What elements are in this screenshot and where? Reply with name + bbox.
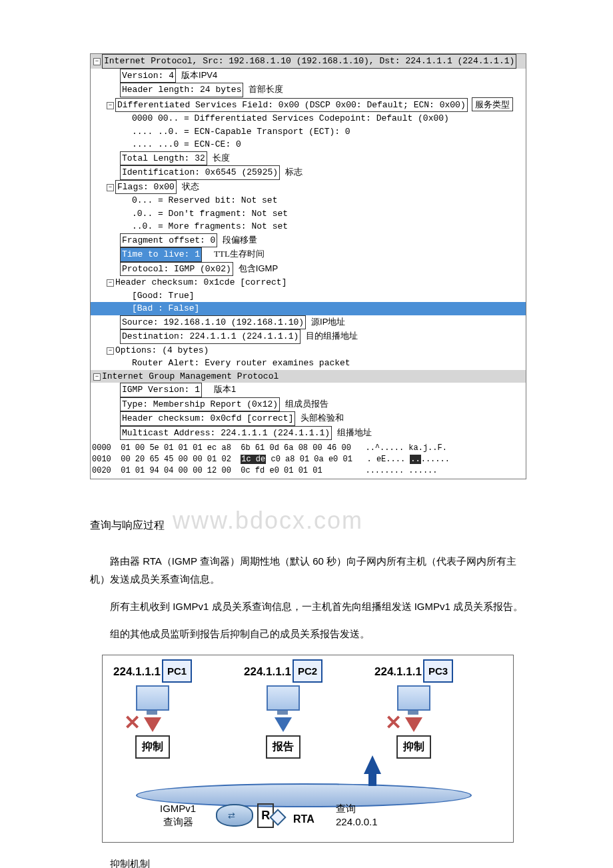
arrow-down-icon bbox=[275, 717, 292, 732]
arrow-up-icon bbox=[364, 755, 381, 774]
collapse-icon[interactable]: − bbox=[107, 184, 114, 191]
watermark: 查询与响应过程 www.bdocx.com bbox=[90, 499, 526, 543]
arrow-down-icon bbox=[405, 717, 422, 732]
arrow-down-icon bbox=[144, 717, 161, 732]
pc3-group: 224.1.1.1PC3 ✕ 抑制 bbox=[374, 659, 453, 759]
x-icon: ✕ bbox=[385, 705, 402, 741]
collapse-icon[interactable]: − bbox=[93, 373, 101, 381]
monitor-icon bbox=[267, 685, 300, 711]
igmp-header-row: −Internet Group Management Protocol bbox=[91, 370, 526, 383]
paragraph: 路由器 RTA（IGMP 查询器）周期性地（默认 60 秒）向子网内所有主机（代… bbox=[90, 552, 526, 588]
ttl-field: Time to live: 1 bbox=[120, 247, 202, 262]
hex-dump: 0000 01 00 5e 01 01 01 ec a8 6b 61 0d 6a… bbox=[91, 440, 526, 479]
monitor-icon bbox=[397, 685, 430, 711]
paragraph: 所有主机收到 IGMPv1 成员关系查询信息，一主机首先向组播组发送 IGMPv… bbox=[90, 597, 526, 615]
ip-header-row: −Internet Protocol, Src: 192.168.1.10 (1… bbox=[91, 54, 526, 69]
router-icon: ⇄ bbox=[216, 804, 253, 827]
pc2-group: 224.1.1.1PC2 报告 bbox=[244, 659, 322, 759]
collapse-icon[interactable]: − bbox=[93, 58, 101, 65]
x-icon: ✕ bbox=[124, 705, 141, 741]
collapse-icon[interactable]: − bbox=[107, 347, 114, 355]
paragraph: 组的其他成员监听到报告后抑制自己的成员关系报告发送。 bbox=[90, 625, 526, 643]
topology-diagram: 224.1.1.1PC1 ✕ 抑制 224.1.1.1PC2 报告 224.1.… bbox=[102, 655, 514, 843]
collapse-icon[interactable]: − bbox=[107, 102, 114, 109]
packet-details-panel: −Internet Protocol, Src: 192.168.1.10 (1… bbox=[90, 53, 526, 479]
pc1-group: 224.1.1.1PC1 ✕ 抑制 bbox=[113, 659, 192, 759]
collapse-icon[interactable]: − bbox=[107, 279, 114, 287]
monitor-icon bbox=[136, 685, 169, 711]
paragraph: 抑制机制 bbox=[90, 855, 526, 868]
